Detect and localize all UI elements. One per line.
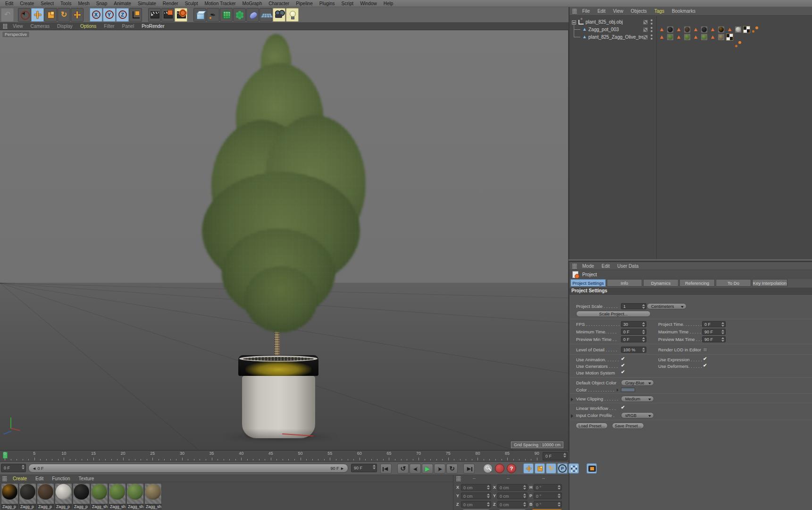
coordinate-field[interactable]: 0 cm [497, 484, 527, 491]
attribute-menu-edit[interactable]: Edit [598, 264, 613, 269]
layer-toggle-icon[interactable] [643, 35, 648, 40]
material-item[interactable]: Zagg_sh [91, 483, 108, 510]
input-color-profile-dropdown[interactable]: sRGB [621, 412, 654, 418]
material-tag-icon[interactable] [701, 34, 708, 41]
preview-max-time-field[interactable]: 90 F [702, 336, 726, 342]
spinner[interactable] [642, 330, 645, 334]
expand-arrow-icon[interactable] [617, 389, 619, 391]
coordinate-field[interactable]: 0 ° [534, 493, 562, 499]
menu-pipeline[interactable]: Pipeline [293, 1, 316, 6]
material-item[interactable]: Zagg_p [73, 483, 90, 510]
minimum-time-field[interactable]: 0 F [621, 329, 646, 335]
spinner[interactable] [642, 322, 645, 327]
menu-help[interactable]: Help [380, 1, 397, 6]
color-swatch[interactable] [621, 388, 635, 392]
linear-workflow-checkbox[interactable]: ✔ [621, 405, 625, 410]
tab-project-settings[interactable]: Project Settings [570, 279, 606, 287]
coordinate-field[interactable]: 0 ° [534, 501, 562, 508]
spinner[interactable] [486, 485, 490, 490]
coordinate-field[interactable]: 0 cm [497, 501, 527, 508]
coordinate-column-header[interactable]: -- [542, 476, 545, 481]
record-keyframe-button[interactable] [483, 464, 493, 473]
spinner[interactable] [721, 322, 725, 327]
tab-to-do[interactable]: To Do [716, 279, 751, 287]
panel-drag-handle[interactable] [3, 24, 8, 29]
menu-tools[interactable]: Tools [57, 1, 75, 6]
goto-end-button[interactable] [463, 464, 475, 474]
add-light-button[interactable] [286, 8, 299, 22]
add-cube-button[interactable] [193, 8, 206, 22]
add-subdivision-surface-button[interactable] [220, 8, 233, 22]
material-tag-icon[interactable] [735, 26, 742, 33]
phong-tag-icon[interactable] [692, 34, 699, 41]
lock-y-axis-button[interactable]: Y [103, 8, 116, 22]
material-item[interactable]: Zagg_p [19, 483, 36, 510]
tab-referencing[interactable]: Referencing [679, 279, 715, 287]
material-menu-function[interactable]: Function [48, 476, 74, 481]
spinner[interactable] [557, 485, 561, 490]
material-item[interactable]: Zagg_sh [144, 483, 162, 510]
viewport-menu-filter[interactable]: Filter [100, 24, 118, 29]
coordinate-system-button[interactable] [129, 8, 142, 22]
project-time-field[interactable]: 0 F [702, 321, 726, 327]
keyframe-parameter-button[interactable] [557, 463, 568, 474]
visibility-dots-icon[interactable] [651, 19, 653, 25]
expander-icon[interactable] [571, 414, 573, 418]
material-item[interactable]: Zagg_sh [126, 483, 144, 510]
lock-x-axis-button[interactable]: X [90, 8, 102, 22]
ruler-frame-field[interactable]: 0 F [543, 452, 568, 460]
play-button[interactable] [422, 464, 433, 474]
om-menu-tags[interactable]: Tags [651, 8, 668, 14]
om-menu-objects[interactable]: Objects [627, 8, 651, 14]
end-frame-field[interactable]: 90 F [351, 464, 377, 472]
menu-plugins[interactable]: Plugins [316, 1, 338, 6]
coordinate-field[interactable]: 0 cm [497, 493, 527, 499]
fps-field[interactable]: 30 [621, 321, 646, 327]
timeline-ruler[interactable]: 0 F 051015202530354045505560657075808590 [0, 450, 569, 462]
om-menu-view[interactable]: View [609, 8, 627, 14]
lock-z-axis-button[interactable]: Z [116, 8, 129, 22]
menu-character[interactable]: Character [265, 1, 293, 6]
move-tool[interactable] [31, 8, 44, 22]
menu-mograph[interactable]: MoGraph [239, 1, 266, 6]
visibility-dots-icon[interactable] [651, 27, 653, 33]
coordinate-field[interactable]: 0 cm [461, 484, 491, 491]
menu-create[interactable]: Create [17, 1, 37, 6]
material-item[interactable]: Zagg_p [37, 483, 54, 510]
project-scale-field[interactable]: 1 [621, 303, 646, 309]
keyframe-selection-button[interactable] [569, 463, 579, 474]
project-scale-unit-dropdown[interactable]: Centimeters [647, 303, 686, 309]
menu-sculpt[interactable]: Sculpt [182, 1, 201, 6]
material-item[interactable]: Zagg_p [1, 483, 18, 510]
menu-animate[interactable]: Animate [110, 1, 134, 6]
keyframe-rotation-button[interactable] [546, 463, 556, 474]
scale-project-button[interactable]: Scale Project... [576, 311, 651, 317]
use-expression-checkbox[interactable]: ✔ [703, 356, 707, 361]
scale-tool[interactable] [44, 8, 57, 22]
menu-mesh[interactable]: Mesh [75, 1, 92, 6]
maximum-time-field[interactable]: 90 F [702, 329, 726, 335]
material-item[interactable]: Zagg_sh [109, 483, 126, 510]
spinner[interactable] [372, 465, 376, 469]
object-row[interactable]: ▲Zagg_pot_003 [569, 26, 656, 34]
viewport-menu-view[interactable]: View [9, 24, 27, 29]
next-key-button[interactable] [446, 464, 458, 474]
spinner[interactable] [721, 337, 725, 342]
menu-window[interactable]: Window [357, 1, 380, 6]
menu-select[interactable]: Select [37, 1, 57, 6]
menu-edit[interactable]: Edit [2, 1, 17, 6]
timeline-window-button[interactable] [586, 463, 597, 474]
load-preset-button[interactable]: Load Preset... [576, 423, 608, 429]
object-row[interactable]: plant_825_obj.obj [569, 18, 656, 26]
spinner[interactable] [21, 465, 25, 469]
use-animation-checkbox[interactable]: ✔ [621, 356, 625, 361]
goto-start-button[interactable] [380, 464, 392, 474]
current-frame-field[interactable]: 0 F [1, 464, 26, 472]
layer-toggle-icon[interactable] [643, 20, 648, 25]
menu-simulate[interactable]: Simulate [134, 1, 159, 6]
spinner[interactable] [642, 348, 645, 352]
render-view-button[interactable] [148, 8, 161, 22]
layer-toggle-icon[interactable] [643, 27, 648, 32]
material-tag-icon[interactable] [701, 26, 708, 33]
material-tag-icon[interactable] [684, 34, 691, 41]
